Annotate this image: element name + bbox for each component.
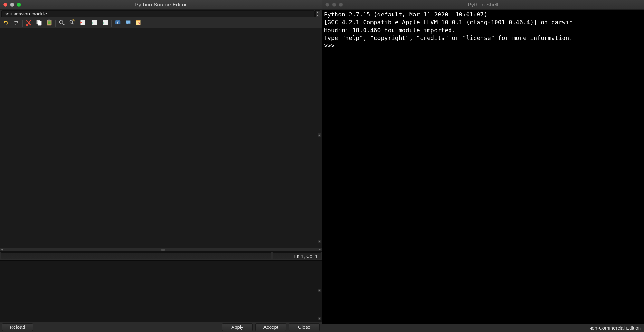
shell-console[interactable]: Python 2.7.15 (default, Mar 11 2020, 10:…: [322, 10, 644, 324]
context-row: hou.session module ▲ ▼: [0, 10, 322, 18]
apply-button[interactable]: Apply: [222, 323, 253, 331]
text-cursor: [1, 29, 1, 35]
svg-point-22: [127, 22, 128, 22]
svg-point-9: [70, 20, 73, 23]
outdent-button[interactable]: [100, 19, 110, 28]
svg-point-7: [60, 20, 63, 24]
paste-button[interactable]: [44, 19, 54, 28]
window-minimize-button[interactable]: [332, 3, 336, 7]
module-context-field[interactable]: hou.session module: [1, 10, 315, 17]
close-button[interactable]: Close: [289, 323, 320, 331]
chevron-down-icon[interactable]: ▼: [318, 317, 321, 320]
comment-toggle-button[interactable]: #: [113, 19, 123, 28]
line-col-text: Ln 1, Col 1: [294, 253, 317, 259]
window-controls: [325, 3, 343, 7]
code-editor[interactable]: ■ ▼: [0, 28, 322, 248]
svg-rect-14: [94, 22, 96, 22]
close-button-label: Close: [298, 324, 310, 330]
svg-rect-19: [104, 23, 106, 23]
indent-icon: [91, 19, 99, 27]
search-icon: [58, 19, 65, 27]
shell-title: Python Shell: [468, 2, 498, 8]
hscroll-thumb[interactable]: [161, 249, 165, 251]
toolbar-separator: [111, 20, 112, 27]
shell-footer: Non-Commercial Edition: [322, 324, 644, 332]
undo-button[interactable]: [1, 19, 11, 28]
editor-title: Python Source Editor: [135, 2, 187, 8]
source-editor-pane: Python Source Editor hou.session module …: [0, 0, 322, 332]
toolbar-separator: [55, 20, 56, 27]
module-context-label: hou.session module: [4, 11, 47, 16]
cut-button[interactable]: [24, 19, 33, 28]
show-whitespace-icon: [125, 19, 132, 27]
window-controls: [3, 3, 21, 7]
indent-button[interactable]: [90, 19, 100, 28]
cut-icon: [25, 19, 32, 27]
search-button[interactable]: [57, 19, 67, 28]
workspace: Python Source Editor hou.session module …: [0, 0, 644, 332]
svg-rect-6: [48, 23, 50, 23]
svg-rect-26: [136, 20, 140, 21]
svg-rect-3: [48, 19, 50, 21]
chevron-down-icon[interactable]: ▼: [318, 240, 321, 243]
toolbar-separator: [89, 20, 89, 27]
line-column-indicator: Ln 1, Col 1: [273, 252, 321, 259]
window-close-button[interactable]: [325, 3, 329, 7]
svg-line-10: [72, 23, 74, 24]
shell-titlebar: Python Shell: [322, 0, 644, 10]
window-zoom-button[interactable]: [17, 3, 21, 7]
vscroll-thumb[interactable]: ■: [318, 289, 321, 292]
goto-icon: [79, 19, 86, 27]
window-close-button[interactable]: [3, 3, 7, 7]
copy-icon: [35, 19, 43, 27]
svg-rect-4: [48, 21, 50, 22]
editor-output-pane[interactable]: ■ ▼: [0, 260, 322, 322]
svg-text:#: #: [117, 20, 119, 24]
find-field[interactable]: [1, 252, 271, 259]
window-minimize-button[interactable]: [10, 3, 14, 7]
accept-button-label: Accept: [263, 324, 278, 330]
editor-toolbar: #: [0, 18, 322, 28]
chevron-down-icon[interactable]: ▼: [315, 14, 320, 17]
vscroll-thumb[interactable]: ■: [318, 133, 321, 137]
chevron-left-icon[interactable]: ◀: [1, 248, 3, 251]
svg-rect-13: [93, 21, 96, 21]
copy-button[interactable]: [34, 19, 44, 28]
redo-button[interactable]: [11, 19, 21, 28]
goto-line-button[interactable]: [78, 19, 87, 28]
replace-icon: [69, 19, 76, 27]
redo-icon: [13, 19, 20, 27]
editor-area: ■ ▼ ◀ ▶: [0, 28, 322, 251]
edition-label: Non-Commercial Edition: [588, 325, 641, 331]
svg-rect-2: [47, 20, 52, 25]
external-editor-button[interactable]: [134, 19, 143, 28]
chevron-right-icon[interactable]: ▶: [319, 248, 321, 251]
svg-rect-18: [104, 22, 106, 22]
svg-point-23: [128, 22, 128, 22]
window-zoom-button[interactable]: [339, 3, 343, 7]
svg-rect-5: [48, 22, 50, 23]
comment-toggle-icon: #: [114, 19, 121, 27]
paste-icon: [46, 19, 53, 27]
svg-rect-17: [104, 21, 106, 21]
apply-button-label: Apply: [231, 324, 243, 330]
editor-button-row: Reload Apply Accept Close: [0, 322, 322, 332]
reload-button-label: Reload: [10, 324, 25, 330]
svg-point-24: [129, 22, 129, 22]
svg-rect-1: [38, 21, 41, 25]
accept-button[interactable]: Accept: [255, 323, 286, 331]
reload-button[interactable]: Reload: [2, 323, 33, 331]
editor-hscrollbar[interactable]: ◀ ▶: [0, 248, 322, 251]
outdent-icon: [102, 19, 109, 27]
svg-rect-15: [94, 23, 96, 23]
context-stepper[interactable]: ▲ ▼: [315, 10, 320, 17]
replace-button[interactable]: [67, 19, 77, 28]
editor-status-bar: Ln 1, Col 1: [0, 251, 322, 260]
python-shell-pane: Python Shell Python 2.7.15 (default, Mar…: [322, 0, 644, 332]
chevron-up-icon[interactable]: ▲: [315, 10, 320, 14]
toolbar-separator: [22, 20, 23, 27]
svg-line-8: [63, 23, 65, 25]
show-whitespace-button[interactable]: [123, 19, 133, 28]
external-editor-icon: [135, 19, 142, 27]
editor-titlebar: Python Source Editor: [0, 0, 322, 10]
